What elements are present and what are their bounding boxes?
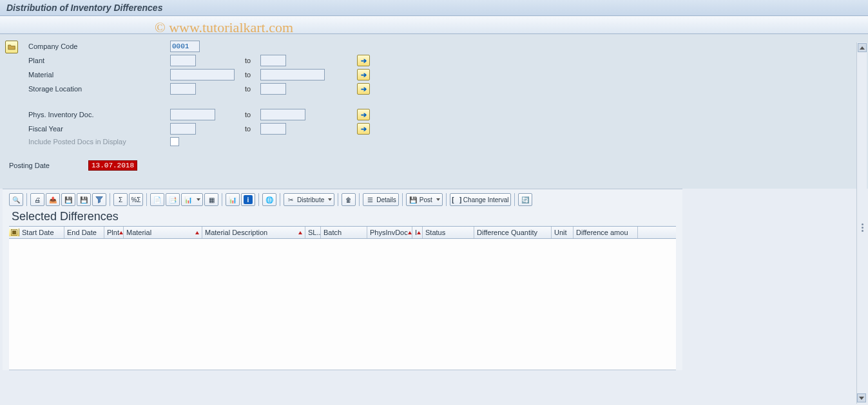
label-material: Material	[28, 71, 170, 79]
column-header[interactable]: PhysInvDoc	[367, 227, 412, 238]
toolbar-separator	[258, 193, 259, 206]
checkbox-include-posted[interactable]	[170, 137, 179, 146]
refresh-button[interactable]: 🔄	[518, 193, 532, 206]
triangle-up-icon	[860, 46, 865, 50]
column-header[interactable]: I	[412, 227, 423, 238]
app-toolbar-strip	[0, 16, 868, 34]
multiselect-storage-loc-button[interactable]: ➔	[357, 83, 370, 95]
column-header[interactable]: Difference Quantity	[474, 227, 552, 238]
globe-icon: 🌐	[265, 195, 274, 204]
column-header[interactable]: Material Description	[202, 227, 305, 238]
folder-open-icon	[8, 43, 15, 51]
label-storage-location: Storage Location	[28, 85, 170, 93]
sigma-icon: Σ	[116, 195, 125, 204]
sort-ascending-icon	[195, 231, 199, 234]
column-header[interactable]: Status	[423, 227, 474, 238]
field-posting-date[interactable]: 13.07.2018	[88, 160, 137, 171]
label-storage-loc-to: to	[241, 85, 260, 93]
views-dropdown-button[interactable]: 📊	[181, 193, 203, 206]
multiselect-plant-button[interactable]: ➔	[357, 55, 370, 66]
multiselect-phys-inv-doc-button[interactable]: ➔	[357, 109, 370, 120]
column-header-label: Unit	[554, 229, 567, 236]
input-material-low[interactable]	[170, 69, 235, 80]
grid-icon: ▦	[207, 195, 216, 204]
input-storage-loc-high[interactable]	[260, 83, 286, 95]
filter-icon	[95, 195, 104, 204]
refresh-icon: 🔄	[521, 195, 530, 204]
select-all-button[interactable]	[9, 229, 19, 236]
toolbar-separator	[110, 193, 110, 206]
label-company-code: Company Code	[28, 42, 170, 50]
label-fiscal-year: Fiscal Year	[28, 125, 170, 133]
input-plant-high[interactable]	[260, 55, 286, 66]
column-header-label: Difference amou	[576, 229, 628, 236]
sum-button[interactable]: Σ	[113, 193, 128, 206]
save-layout2-button[interactable]: 💾	[77, 193, 91, 206]
post-label: Post	[420, 196, 432, 203]
details-view-button[interactable]: 🔍	[9, 193, 23, 206]
column-header[interactable]: SL..	[305, 227, 321, 238]
column-header[interactable]: End Date	[64, 227, 104, 238]
details-label: Details	[376, 196, 396, 203]
interval-icon: [ ]	[452, 195, 461, 204]
column-header[interactable]: Material	[124, 227, 202, 238]
toolbar-separator	[222, 193, 222, 206]
filter-button[interactable]	[92, 193, 106, 206]
layout-button[interactable]: ▦	[204, 193, 218, 206]
input-fiscal-year-low[interactable]	[170, 123, 196, 135]
details-button[interactable]: ☰Details	[363, 193, 399, 206]
find-next-button[interactable]: 📑	[166, 193, 180, 206]
label-plant-to: to	[241, 57, 260, 64]
distribute-icon: ✂	[286, 195, 295, 204]
trash-icon: 🗑	[344, 195, 353, 204]
column-header[interactable]: Batch	[321, 227, 367, 238]
scroll-up-button[interactable]	[858, 43, 867, 52]
post-button[interactable]: 💾Post	[406, 193, 443, 206]
change-interval-button[interactable]: [ ]Change Interval	[450, 193, 512, 206]
arrow-right-icon: ➔	[361, 125, 367, 133]
input-company-code-low[interactable]	[170, 41, 200, 52]
find-button[interactable]: 📄	[150, 193, 164, 206]
toolbar-separator	[26, 193, 27, 206]
page-title: Distribution of Inventory Differences	[6, 3, 162, 13]
input-fiscal-year-high[interactable]	[260, 123, 286, 135]
input-storage-loc-low[interactable]	[170, 83, 196, 95]
subtotal-button[interactable]: %Σ	[129, 193, 143, 206]
selection-screen: Company Code Plant to ➔ Material to ➔ St…	[0, 34, 868, 189]
column-header[interactable]: Plnt	[104, 227, 124, 238]
vertical-scrollbar[interactable]	[856, 42, 867, 404]
save-icon: 💾	[409, 195, 418, 204]
table-body-empty	[9, 239, 676, 370]
label-fiscal-year-to: to	[241, 125, 260, 133]
get-variant-button[interactable]	[5, 41, 18, 53]
distribute-button[interactable]: ✂Distribute	[284, 193, 334, 206]
input-phys-inv-doc-high[interactable]	[260, 109, 305, 120]
column-header-label: Material	[126, 229, 151, 236]
detail-icon: 🔍	[12, 195, 21, 204]
graphic-button[interactable]: 📊	[226, 193, 240, 206]
column-header[interactable]: Unit	[552, 227, 574, 238]
print-button[interactable]: 🖨	[30, 193, 44, 206]
multiselect-material-button[interactable]: ➔	[357, 69, 370, 80]
input-material-high[interactable]	[260, 69, 325, 80]
select-all-icon	[10, 229, 18, 236]
input-phys-inv-doc-low[interactable]	[170, 109, 215, 120]
column-header[interactable]: Start Date	[19, 227, 64, 238]
input-plant-low[interactable]	[170, 55, 196, 66]
label-phys-inv-doc: Phys. Inventory Doc.	[28, 111, 170, 118]
column-header-label: Material Description	[205, 229, 267, 236]
distribute-label: Distribute	[297, 196, 324, 203]
column-header-label: Start Date	[22, 229, 54, 236]
info-button[interactable]: i	[241, 193, 255, 206]
alv-toolbar: 🔍 🖨 📤 💾 💾 Σ %Σ 📄 📑 📊 ▦ 📊 i 🌐 ✂Distribute…	[9, 193, 676, 206]
list-icon: ☰	[365, 195, 374, 204]
column-header-label: Status	[425, 229, 445, 236]
abc-analysis-button[interactable]: 🌐	[262, 193, 276, 206]
scroll-down-button[interactable]	[857, 393, 866, 402]
save-layout-button[interactable]: 💾	[61, 193, 75, 206]
delete-button[interactable]: 🗑	[342, 193, 356, 206]
multiselect-fiscal-year-button[interactable]: ➔	[357, 123, 370, 135]
column-header[interactable]: Difference amou	[574, 227, 638, 238]
column-header-label: Plnt	[107, 229, 119, 236]
export-button[interactable]: 📤	[46, 193, 60, 206]
